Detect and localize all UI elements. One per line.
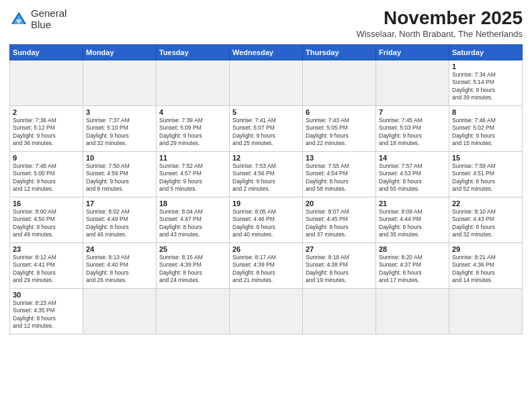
day-info: Sunrise: 7:50 AM Sunset: 4:59 PM Dayligh… [86, 163, 153, 193]
day-number: 13 [306, 154, 373, 162]
table-row: 12Sunrise: 7:53 AM Sunset: 4:56 PM Dayli… [230, 151, 303, 197]
table-row: 17Sunrise: 8:02 AM Sunset: 4:49 PM Dayli… [83, 197, 157, 242]
day-info: Sunrise: 8:15 AM Sunset: 4:39 PM Dayligh… [159, 254, 226, 285]
logo-icon [9, 10, 28, 29]
col-monday: Monday [83, 44, 157, 60]
day-info: Sunrise: 7:57 AM Sunset: 4:53 PM Dayligh… [379, 163, 446, 193]
table-row: 8Sunrise: 7:46 AM Sunset: 5:02 PM Daylig… [449, 105, 523, 151]
day-info: Sunrise: 7:39 AM Sunset: 5:09 PM Dayligh… [159, 117, 226, 148]
table-row: 27Sunrise: 8:18 AM Sunset: 4:38 PM Dayli… [303, 242, 376, 288]
calendar-header: Sunday Monday Tuesday Wednesday Thursday… [10, 44, 523, 60]
day-number: 12 [232, 154, 300, 162]
logo-line1: General [31, 8, 66, 19]
table-row [376, 60, 449, 105]
col-wednesday: Wednesday [230, 44, 303, 60]
table-row: 24Sunrise: 8:13 AM Sunset: 4:40 PM Dayli… [83, 242, 157, 288]
day-number: 5 [232, 108, 300, 116]
table-row: 5Sunrise: 7:41 AM Sunset: 5:07 PM Daylig… [230, 105, 303, 151]
month-title: November 2025 [356, 8, 523, 29]
col-tuesday: Tuesday [157, 44, 230, 60]
day-info: Sunrise: 7:34 AM Sunset: 5:14 PM Dayligh… [452, 71, 519, 102]
col-sunday: Sunday [10, 44, 83, 60]
table-row: 18Sunrise: 8:04 AM Sunset: 4:47 PM Dayli… [157, 197, 230, 242]
day-info: Sunrise: 8:05 AM Sunset: 4:46 PM Dayligh… [232, 208, 300, 239]
table-row: 2Sunrise: 7:36 AM Sunset: 5:12 PM Daylig… [10, 105, 83, 151]
day-number: 19 [232, 199, 300, 208]
day-number: 21 [379, 199, 446, 208]
day-number: 17 [86, 199, 153, 208]
table-row: 4Sunrise: 7:39 AM Sunset: 5:09 PM Daylig… [157, 105, 230, 151]
day-number: 30 [13, 291, 80, 299]
table-row: 13Sunrise: 7:55 AM Sunset: 4:54 PM Dayli… [303, 151, 376, 197]
logo-text: General Blue [31, 8, 66, 30]
table-row: 21Sunrise: 8:09 AM Sunset: 4:44 PM Dayli… [376, 197, 449, 242]
col-saturday: Saturday [449, 44, 523, 60]
table-row [303, 288, 376, 334]
col-thursday: Thursday [303, 44, 376, 60]
day-number: 14 [379, 154, 446, 162]
table-row: 15Sunrise: 7:59 AM Sunset: 4:51 PM Dayli… [449, 151, 523, 197]
day-number: 2 [13, 108, 80, 116]
table-row [10, 60, 83, 105]
table-row [449, 288, 523, 334]
logo: General Blue [9, 8, 66, 30]
day-number: 8 [452, 108, 519, 116]
day-info: Sunrise: 8:20 AM Sunset: 4:37 PM Dayligh… [379, 254, 446, 285]
day-info: Sunrise: 7:52 AM Sunset: 4:57 PM Dayligh… [159, 163, 226, 193]
table-row: 14Sunrise: 7:57 AM Sunset: 4:53 PM Dayli… [376, 151, 449, 197]
logo-line2: Blue [31, 19, 66, 31]
day-number: 23 [13, 245, 80, 253]
day-number: 3 [86, 108, 153, 116]
weekday-row: Sunday Monday Tuesday Wednesday Thursday… [10, 44, 523, 60]
location-subtitle: Wisselaar, North Brabant, The Netherland… [356, 29, 523, 39]
day-number: 28 [379, 245, 446, 253]
table-row: 28Sunrise: 8:20 AM Sunset: 4:37 PM Dayli… [376, 242, 449, 288]
table-row [83, 288, 157, 334]
table-row: 10Sunrise: 7:50 AM Sunset: 4:59 PM Dayli… [83, 151, 157, 197]
day-info: Sunrise: 7:36 AM Sunset: 5:12 PM Dayligh… [13, 117, 80, 148]
table-row: 6Sunrise: 7:43 AM Sunset: 5:05 PM Daylig… [303, 105, 376, 151]
table-row: 11Sunrise: 7:52 AM Sunset: 4:57 PM Dayli… [157, 151, 230, 197]
day-info: Sunrise: 7:59 AM Sunset: 4:51 PM Dayligh… [452, 163, 519, 193]
day-number: 22 [452, 199, 519, 208]
day-info: Sunrise: 8:18 AM Sunset: 4:38 PM Dayligh… [306, 254, 373, 285]
table-row: 1Sunrise: 7:34 AM Sunset: 5:14 PM Daylig… [449, 60, 523, 105]
table-row: 20Sunrise: 8:07 AM Sunset: 4:45 PM Dayli… [303, 197, 376, 242]
table-row [230, 288, 303, 334]
day-info: Sunrise: 8:04 AM Sunset: 4:47 PM Dayligh… [159, 208, 226, 239]
day-info: Sunrise: 7:55 AM Sunset: 4:54 PM Dayligh… [306, 163, 373, 193]
day-info: Sunrise: 7:41 AM Sunset: 5:07 PM Dayligh… [232, 117, 300, 148]
table-row: 29Sunrise: 8:21 AM Sunset: 4:36 PM Dayli… [449, 242, 523, 288]
day-info: Sunrise: 8:13 AM Sunset: 4:40 PM Dayligh… [86, 254, 153, 285]
table-row: 9Sunrise: 7:48 AM Sunset: 5:00 PM Daylig… [10, 151, 83, 197]
day-info: Sunrise: 8:07 AM Sunset: 4:45 PM Dayligh… [306, 208, 373, 239]
calendar: Sunday Monday Tuesday Wednesday Thursday… [9, 44, 523, 334]
day-info: Sunrise: 7:45 AM Sunset: 5:03 PM Dayligh… [379, 117, 446, 148]
table-row: 25Sunrise: 8:15 AM Sunset: 4:39 PM Dayli… [157, 242, 230, 288]
day-info: Sunrise: 8:12 AM Sunset: 4:41 PM Dayligh… [13, 254, 80, 285]
day-number: 1 [452, 62, 519, 71]
calendar-body: 1Sunrise: 7:34 AM Sunset: 5:14 PM Daylig… [10, 60, 523, 334]
day-info: Sunrise: 8:09 AM Sunset: 4:44 PM Dayligh… [379, 208, 446, 239]
table-row: 7Sunrise: 7:45 AM Sunset: 5:03 PM Daylig… [376, 105, 449, 151]
day-number: 27 [306, 245, 373, 253]
day-info: Sunrise: 7:43 AM Sunset: 5:05 PM Dayligh… [306, 117, 373, 148]
day-number: 10 [86, 154, 153, 162]
day-number: 24 [86, 245, 153, 253]
table-row [376, 288, 449, 334]
day-info: Sunrise: 7:53 AM Sunset: 4:56 PM Dayligh… [232, 163, 300, 193]
table-row [157, 60, 230, 105]
table-row: 26Sunrise: 8:17 AM Sunset: 4:39 PM Dayli… [230, 242, 303, 288]
day-info: Sunrise: 8:23 AM Sunset: 4:35 PM Dayligh… [13, 300, 80, 330]
header: General Blue November 2025 Wisselaar, No… [9, 8, 523, 39]
day-info: Sunrise: 8:10 AM Sunset: 4:43 PM Dayligh… [452, 208, 519, 239]
title-section: November 2025 Wisselaar, North Brabant, … [356, 8, 523, 39]
table-row: 22Sunrise: 8:10 AM Sunset: 4:43 PM Dayli… [449, 197, 523, 242]
day-info: Sunrise: 8:00 AM Sunset: 4:50 PM Dayligh… [13, 208, 80, 239]
table-row [83, 60, 157, 105]
day-info: Sunrise: 7:48 AM Sunset: 5:00 PM Dayligh… [13, 163, 80, 193]
day-number: 11 [159, 154, 226, 162]
table-row: 23Sunrise: 8:12 AM Sunset: 4:41 PM Dayli… [10, 242, 83, 288]
day-number: 15 [452, 154, 519, 162]
day-info: Sunrise: 7:46 AM Sunset: 5:02 PM Dayligh… [452, 117, 519, 148]
